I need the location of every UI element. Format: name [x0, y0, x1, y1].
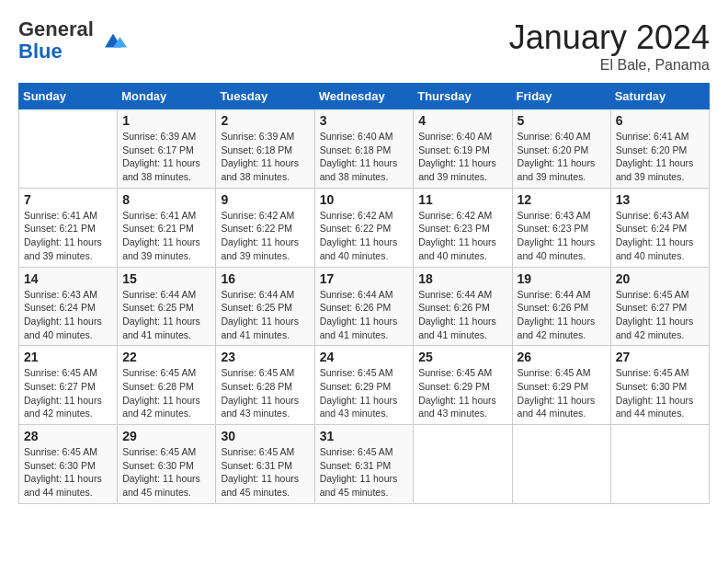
day-cell: 13Sunrise: 6:43 AMSunset: 6:24 PMDayligh…: [610, 188, 709, 267]
sunrise-text: Sunrise: 6:43 AM: [24, 288, 112, 302]
weekday-header-row: SundayMondayTuesdayWednesdayThursdayFrid…: [19, 84, 710, 109]
daylight-text: Daylight: 11 hours and 42 minutes.: [24, 394, 112, 420]
day-number: 1: [122, 113, 210, 128]
day-cell: 1Sunrise: 6:39 AMSunset: 6:17 PMDaylight…: [118, 109, 216, 189]
day-cell: 8Sunrise: 6:41 AMSunset: 6:21 PMDaylight…: [118, 188, 216, 267]
sunrise-text: Sunrise: 6:45 AM: [24, 366, 112, 380]
day-info: Sunrise: 6:40 AMSunset: 6:19 PMDaylight:…: [418, 130, 506, 184]
sunset-text: Sunset: 6:31 PM: [221, 459, 309, 473]
weekday-header-monday: Monday: [118, 84, 216, 109]
daylight-text: Daylight: 11 hours and 41 minutes.: [418, 315, 506, 341]
sunrise-text: Sunrise: 6:41 AM: [122, 209, 210, 223]
sunset-text: Sunset: 6:24 PM: [616, 222, 704, 236]
sunset-text: Sunset: 6:23 PM: [518, 222, 606, 236]
daylight-text: Daylight: 11 hours and 39 minutes.: [418, 156, 506, 183]
daylight-text: Daylight: 11 hours and 39 minutes.: [221, 236, 309, 262]
day-info: Sunrise: 6:45 AMSunset: 6:31 PMDaylight:…: [221, 445, 309, 500]
week-row-3: 14Sunrise: 6:43 AMSunset: 6:24 PMDayligh…: [19, 267, 710, 346]
month-title: January 2024: [509, 18, 710, 57]
sunrise-text: Sunrise: 6:45 AM: [418, 366, 506, 380]
sunrise-text: Sunrise: 6:40 AM: [418, 130, 506, 144]
sunset-text: Sunset: 6:19 PM: [418, 144, 506, 157]
sunset-text: Sunset: 6:28 PM: [122, 380, 210, 394]
sunset-text: Sunset: 6:18 PM: [320, 144, 409, 157]
day-number: 14: [24, 271, 112, 286]
sunrise-text: Sunrise: 6:42 AM: [418, 209, 506, 223]
sunrise-text: Sunrise: 6:39 AM: [221, 130, 309, 144]
day-info: Sunrise: 6:45 AMSunset: 6:30 PMDaylight:…: [24, 445, 112, 500]
daylight-text: Daylight: 11 hours and 42 minutes.: [616, 315, 704, 341]
calendar-table: SundayMondayTuesdayWednesdayThursdayFrid…: [18, 83, 710, 504]
logo-general-text: General: [18, 17, 94, 40]
day-cell: 25Sunrise: 6:45 AMSunset: 6:29 PMDayligh…: [414, 346, 512, 425]
day-info: Sunrise: 6:39 AMSunset: 6:17 PMDaylight:…: [122, 130, 210, 184]
sunset-text: Sunset: 6:29 PM: [518, 380, 606, 394]
day-cell: 15Sunrise: 6:44 AMSunset: 6:25 PMDayligh…: [118, 267, 216, 346]
day-cell: 19Sunrise: 6:44 AMSunset: 6:26 PMDayligh…: [512, 267, 610, 346]
day-number: 26: [518, 350, 606, 364]
day-info: Sunrise: 6:44 AMSunset: 6:26 PMDaylight:…: [418, 288, 506, 342]
day-number: 24: [320, 350, 409, 364]
sunset-text: Sunset: 6:20 PM: [616, 144, 704, 157]
day-info: Sunrise: 6:45 AMSunset: 6:30 PMDaylight:…: [616, 366, 704, 420]
day-number: 23: [221, 350, 309, 364]
day-cell: [19, 109, 118, 189]
day-info: Sunrise: 6:42 AMSunset: 6:22 PMDaylight:…: [320, 209, 409, 263]
sunset-text: Sunset: 6:23 PM: [418, 222, 506, 236]
sunset-text: Sunset: 6:22 PM: [320, 222, 409, 236]
sunset-text: Sunset: 6:31 PM: [320, 459, 409, 473]
day-cell: 16Sunrise: 6:44 AMSunset: 6:25 PMDayligh…: [216, 267, 314, 346]
day-info: Sunrise: 6:43 AMSunset: 6:24 PMDaylight:…: [616, 209, 704, 263]
day-number: 11: [418, 192, 506, 207]
sunrise-text: Sunrise: 6:45 AM: [122, 445, 210, 459]
day-cell: 30Sunrise: 6:45 AMSunset: 6:31 PMDayligh…: [216, 425, 314, 504]
daylight-text: Daylight: 11 hours and 45 minutes.: [320, 472, 409, 499]
daylight-text: Daylight: 11 hours and 44 minutes.: [24, 472, 112, 499]
weekday-header-wednesday: Wednesday: [314, 84, 414, 109]
day-info: Sunrise: 6:43 AMSunset: 6:24 PMDaylight:…: [24, 288, 112, 342]
day-cell: 17Sunrise: 6:44 AMSunset: 6:26 PMDayligh…: [314, 267, 414, 346]
daylight-text: Daylight: 11 hours and 45 minutes.: [221, 472, 309, 499]
sunrise-text: Sunrise: 6:39 AM: [122, 130, 210, 144]
sunrise-text: Sunrise: 6:44 AM: [221, 288, 309, 302]
sunset-text: Sunset: 6:26 PM: [518, 301, 606, 315]
daylight-text: Daylight: 11 hours and 42 minutes.: [518, 315, 606, 341]
day-cell: 23Sunrise: 6:45 AMSunset: 6:28 PMDayligh…: [216, 346, 314, 425]
daylight-text: Daylight: 11 hours and 39 minutes.: [518, 156, 606, 183]
day-cell: 24Sunrise: 6:45 AMSunset: 6:29 PMDayligh…: [314, 346, 414, 425]
day-info: Sunrise: 6:41 AMSunset: 6:21 PMDaylight:…: [24, 209, 112, 263]
daylight-text: Daylight: 11 hours and 43 minutes.: [418, 394, 506, 420]
sunrise-text: Sunrise: 6:44 AM: [518, 288, 606, 302]
sunset-text: Sunset: 6:27 PM: [24, 380, 112, 394]
sunrise-text: Sunrise: 6:45 AM: [24, 445, 112, 459]
logo-icon: [99, 27, 127, 54]
day-cell: 11Sunrise: 6:42 AMSunset: 6:23 PMDayligh…: [414, 188, 512, 267]
sunset-text: Sunset: 6:26 PM: [418, 301, 506, 315]
day-info: Sunrise: 6:45 AMSunset: 6:28 PMDaylight:…: [221, 366, 309, 420]
day-cell: 18Sunrise: 6:44 AMSunset: 6:26 PMDayligh…: [414, 267, 512, 346]
week-row-1: 1Sunrise: 6:39 AMSunset: 6:17 PMDaylight…: [19, 109, 710, 189]
day-cell: 3Sunrise: 6:40 AMSunset: 6:18 PMDaylight…: [314, 109, 414, 189]
sunset-text: Sunset: 6:28 PM: [221, 380, 309, 394]
page-header: General Blue January 2024 El Bale, Panam…: [18, 18, 710, 74]
day-number: 7: [24, 192, 112, 207]
title-block: January 2024 El Bale, Panama: [509, 18, 710, 74]
sunrise-text: Sunrise: 6:42 AM: [320, 209, 409, 223]
day-info: Sunrise: 6:44 AMSunset: 6:26 PMDaylight:…: [320, 288, 409, 342]
day-cell: 9Sunrise: 6:42 AMSunset: 6:22 PMDaylight…: [216, 188, 314, 267]
day-info: Sunrise: 6:41 AMSunset: 6:21 PMDaylight:…: [122, 209, 210, 263]
sunrise-text: Sunrise: 6:45 AM: [518, 366, 606, 380]
sunset-text: Sunset: 6:24 PM: [24, 301, 112, 315]
day-info: Sunrise: 6:45 AMSunset: 6:31 PMDaylight:…: [320, 445, 409, 500]
daylight-text: Daylight: 11 hours and 42 minutes.: [122, 394, 210, 420]
sunrise-text: Sunrise: 6:41 AM: [24, 209, 112, 223]
day-number: 22: [122, 350, 210, 364]
day-number: 19: [518, 271, 606, 286]
day-number: 5: [518, 113, 606, 128]
daylight-text: Daylight: 11 hours and 38 minutes.: [122, 156, 210, 183]
day-info: Sunrise: 6:39 AMSunset: 6:18 PMDaylight:…: [221, 130, 309, 184]
day-info: Sunrise: 6:43 AMSunset: 6:23 PMDaylight:…: [518, 209, 606, 263]
day-info: Sunrise: 6:40 AMSunset: 6:18 PMDaylight:…: [320, 130, 409, 184]
day-cell: 6Sunrise: 6:41 AMSunset: 6:20 PMDaylight…: [610, 109, 709, 189]
sunset-text: Sunset: 6:27 PM: [616, 301, 704, 315]
